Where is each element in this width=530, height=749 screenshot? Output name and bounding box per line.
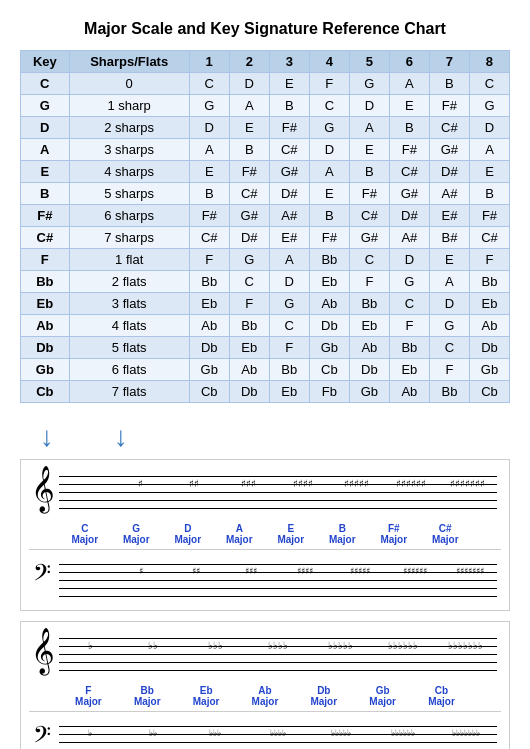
bass-clef-sharps: 𝄢 bbox=[33, 562, 51, 590]
col-header-sharps-flats: Sharps/Flats bbox=[69, 51, 189, 73]
col-header-3: 3 bbox=[269, 51, 309, 73]
scale-note-cell: F bbox=[389, 315, 429, 337]
scale-note-cell: Db bbox=[229, 381, 269, 403]
key-label-db-major: DbMajor bbox=[306, 685, 342, 707]
sharps-bass-a: ♯♯♯ bbox=[236, 566, 266, 576]
scale-note-cell: Cb bbox=[469, 381, 509, 403]
key-label-fsharp-major: F#Major bbox=[379, 523, 409, 545]
scale-note-cell: A bbox=[189, 139, 229, 161]
table-row: Db5 flatsDbEbFGbAbBbCDb bbox=[21, 337, 510, 359]
scale-note-cell: G# bbox=[229, 205, 269, 227]
col-header-key: Key bbox=[21, 51, 70, 73]
table-row: Eb3 flatsEbFGAbBbCDEb bbox=[21, 293, 510, 315]
key-label-c-major: CMajor bbox=[70, 523, 100, 545]
scale-note-cell: D bbox=[309, 139, 349, 161]
scale-note-cell: D bbox=[349, 95, 389, 117]
scale-note-cell: C# bbox=[429, 117, 469, 139]
scale-note-cell: E# bbox=[429, 205, 469, 227]
scale-note-cell: Cb bbox=[309, 359, 349, 381]
scale-note-cell: G bbox=[309, 117, 349, 139]
scale-note-cell: A bbox=[269, 249, 309, 271]
sharps-flats-cell: 7 flats bbox=[69, 381, 189, 403]
key-cell: F# bbox=[21, 205, 70, 227]
key-label-b-major: BMajor bbox=[327, 523, 357, 545]
scale-note-cell: C bbox=[389, 293, 429, 315]
page-title: Major Scale and Key Signature Reference … bbox=[20, 20, 510, 38]
flats-bass-eb: ♭♭♭ bbox=[197, 728, 233, 738]
scale-note-cell: C# bbox=[189, 227, 229, 249]
sharps-flats-cell: 4 flats bbox=[69, 315, 189, 337]
sharps-flats-cell: 5 flats bbox=[69, 337, 189, 359]
sharps-flats-cell: 0 bbox=[69, 73, 189, 95]
scale-note-cell: D bbox=[189, 117, 229, 139]
sharps-flats-cell: 4 sharps bbox=[69, 161, 189, 183]
scale-note-cell: E bbox=[309, 183, 349, 205]
scale-note-cell: E bbox=[269, 73, 309, 95]
table-row: C#7 sharpsC#D#E#F#G#A#B#C# bbox=[21, 227, 510, 249]
scale-note-cell: A bbox=[349, 117, 389, 139]
arrow-left: ↓ bbox=[40, 423, 54, 451]
key-cell: Ab bbox=[21, 315, 70, 337]
scale-note-cell: Eb bbox=[309, 271, 349, 293]
scale-note-cell: F bbox=[349, 271, 389, 293]
scale-note-cell: Eb bbox=[229, 337, 269, 359]
sharps-flats-cell: 6 sharps bbox=[69, 205, 189, 227]
scale-note-cell: Fb bbox=[309, 381, 349, 403]
scale-note-cell: D# bbox=[269, 183, 309, 205]
key-cell: B bbox=[21, 183, 70, 205]
scale-note-cell: G bbox=[389, 271, 429, 293]
bass-clef-flats: 𝄢 bbox=[33, 724, 51, 749]
flats-bass-cb: ♭♭♭♭♭♭♭ bbox=[448, 728, 484, 738]
treble-clef-flats: 𝄞 bbox=[31, 630, 55, 670]
scale-note-cell: E# bbox=[269, 227, 309, 249]
table-row: A3 sharpsABC#DEF#G#A bbox=[21, 139, 510, 161]
table-row: C0CDEFGABC bbox=[21, 73, 510, 95]
sharps-flats-cell: 2 sharps bbox=[69, 117, 189, 139]
scale-note-cell: Bb bbox=[429, 381, 469, 403]
scale-note-cell: A bbox=[229, 95, 269, 117]
scale-note-cell: D# bbox=[229, 227, 269, 249]
sharps-bass-e: ♯♯♯♯ bbox=[290, 566, 320, 576]
scale-note-cell: B bbox=[229, 139, 269, 161]
table-row: B5 sharpsBC#D#EF#G#A#B bbox=[21, 183, 510, 205]
scale-note-cell: Db bbox=[349, 359, 389, 381]
scale-note-cell: E bbox=[349, 139, 389, 161]
key-label-eb-major: EbMajor bbox=[188, 685, 224, 707]
sharps-flats-cell: 2 flats bbox=[69, 271, 189, 293]
flats-notation-section: 𝄞 ♭ ♭♭ ♭♭♭ ♭♭♭♭ ♭♭♭♭♭ ♭♭♭♭♭♭ ♭♭♭♭♭♭♭ FMa… bbox=[20, 621, 510, 749]
sharps-flats-cell: 6 flats bbox=[69, 359, 189, 381]
table-row: Gb6 flatsGbAbBbCbDbEbFGb bbox=[21, 359, 510, 381]
scale-note-cell: Eb bbox=[469, 293, 509, 315]
scale-note-cell: G# bbox=[389, 183, 429, 205]
scale-note-cell: Ab bbox=[469, 315, 509, 337]
key-label-e-major: EMajor bbox=[276, 523, 306, 545]
scale-note-cell: Ab bbox=[309, 293, 349, 315]
scale-note-cell: D bbox=[469, 117, 509, 139]
sharps-flats-cell: 7 sharps bbox=[69, 227, 189, 249]
scale-note-cell: F# bbox=[309, 227, 349, 249]
scale-note-cell: G bbox=[229, 249, 269, 271]
key-cell: C bbox=[21, 73, 70, 95]
scale-note-cell: D bbox=[429, 293, 469, 315]
scale-note-cell: B bbox=[429, 73, 469, 95]
bass-staff-flats: 𝄢 ♭ ♭♭ ♭♭♭ ♭♭♭♭ ♭♭♭♭♭ ♭♭♭♭♭♭ ♭♭♭♭♭♭♭ bbox=[29, 716, 501, 749]
scale-note-cell: C# bbox=[349, 205, 389, 227]
scale-note-cell: C bbox=[429, 337, 469, 359]
scale-note-cell: G bbox=[429, 315, 469, 337]
scale-note-cell: Bb bbox=[269, 359, 309, 381]
scale-note-cell: D bbox=[269, 271, 309, 293]
scale-note-cell: Ab bbox=[389, 381, 429, 403]
scale-note-cell: A bbox=[469, 139, 509, 161]
scale-note-cell: Eb bbox=[269, 381, 309, 403]
table-row: F1 flatFGABbCDEF bbox=[21, 249, 510, 271]
col-header-1: 1 bbox=[189, 51, 229, 73]
table-row: Ab4 flatsAbBbCDbEbFGAb bbox=[21, 315, 510, 337]
table-row: F#6 sharpsF#G#A#BC#D#E#F# bbox=[21, 205, 510, 227]
scale-note-cell: C bbox=[469, 73, 509, 95]
scale-note-cell: F# bbox=[429, 95, 469, 117]
scale-note-cell: G bbox=[269, 293, 309, 315]
key-cell: Db bbox=[21, 337, 70, 359]
key-label-csharp-major: C#Major bbox=[430, 523, 460, 545]
flats-key-labels: FMajor BbMajor EbMajor AbMajor DbMajor G… bbox=[29, 685, 501, 707]
scale-note-cell: Eb bbox=[349, 315, 389, 337]
